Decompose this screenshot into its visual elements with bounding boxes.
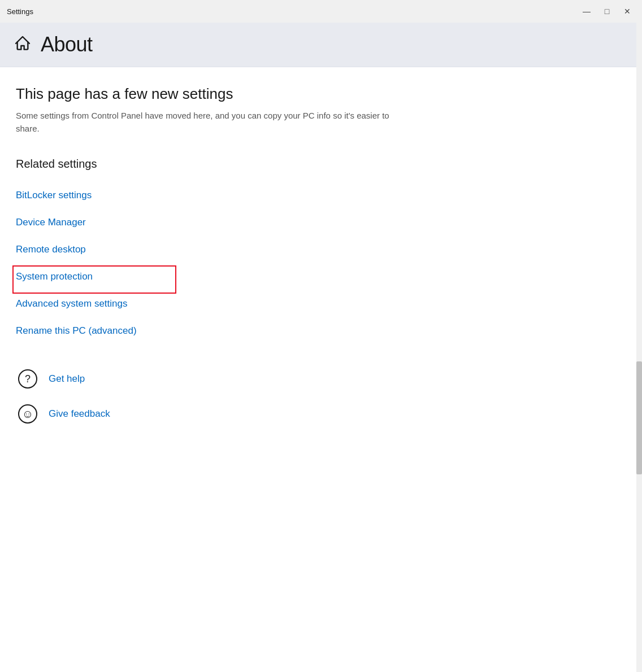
- give-feedback-link[interactable]: Give feedback: [49, 408, 110, 420]
- rename-pc-advanced-link[interactable]: Rename this PC (advanced): [16, 317, 626, 344]
- feedback-icon: ☺: [16, 402, 40, 426]
- help-icon: ?: [16, 367, 40, 391]
- minimize-button[interactable]: —: [579, 5, 595, 18]
- svg-text:?: ?: [25, 373, 31, 385]
- remote-desktop-wrapper: Remote desktop: [16, 236, 626, 263]
- window-controls: — □ ✕: [579, 5, 635, 18]
- svg-text:☺: ☺: [22, 408, 33, 420]
- title-bar: Settings — □ ✕: [0, 0, 642, 23]
- remote-desktop-link[interactable]: Remote desktop: [16, 236, 626, 263]
- close-button[interactable]: ✕: [619, 5, 635, 18]
- page-title: About: [41, 33, 93, 56]
- window-title: Settings: [7, 7, 33, 16]
- system-protection-wrapper: System protection: [16, 263, 626, 290]
- device-manager-link[interactable]: Device Manager: [16, 209, 626, 236]
- advanced-system-settings-wrapper: Advanced system settings: [16, 290, 626, 317]
- rename-pc-advanced-wrapper: Rename this PC (advanced): [16, 317, 626, 344]
- give-feedback-item: ☺ Give feedback: [16, 402, 626, 426]
- scrollbar-thumb[interactable]: [636, 361, 642, 474]
- home-icon: [14, 34, 32, 55]
- device-manager-wrapper: Device Manager: [16, 209, 626, 236]
- new-settings-description: Some settings from Control Panel have mo…: [16, 110, 400, 135]
- bottom-links: ? Get help ☺ Give feedback: [16, 367, 626, 426]
- scrollbar-track: [636, 23, 642, 672]
- related-links-list: BitLocker settings Device Manager Remote…: [16, 182, 626, 344]
- header-bar: About: [0, 23, 642, 67]
- bitlocker-settings-wrapper: BitLocker settings: [16, 182, 626, 209]
- maximize-button[interactable]: □: [599, 5, 615, 18]
- bitlocker-settings-link[interactable]: BitLocker settings: [16, 182, 626, 209]
- related-settings-label: Related settings: [16, 158, 626, 171]
- get-help-link[interactable]: Get help: [49, 373, 85, 385]
- new-settings-heading: This page has a few new settings: [16, 85, 626, 103]
- system-protection-link[interactable]: System protection: [16, 263, 93, 290]
- get-help-item: ? Get help: [16, 367, 626, 391]
- advanced-system-settings-link[interactable]: Advanced system settings: [16, 290, 626, 317]
- main-content: This page has a few new settings Some se…: [0, 67, 642, 671]
